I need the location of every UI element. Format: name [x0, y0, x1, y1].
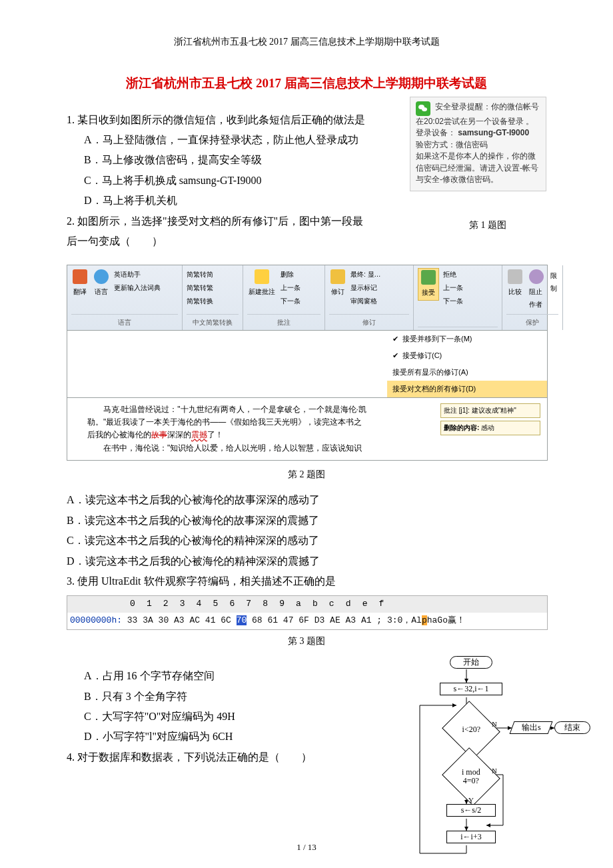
sc-to-trad[interactable]: 简繁转繁: [187, 281, 213, 294]
hex-ascii: 3:0，AlphaGo赢！: [387, 615, 465, 625]
group-comments-label: 批注: [247, 314, 320, 329]
review-pane[interactable]: 审阅窗格: [350, 295, 381, 307]
balloons-panel: 批注 [j1]: 建议改成"精神" 删除的内容: 感动: [440, 403, 540, 455]
group-compare-protect: 比较 阻止作者 限制 保护: [502, 265, 563, 330]
group-sc-label: 中文简繁转换: [187, 314, 239, 329]
flow-output: 输出s: [510, 721, 553, 734]
compare-icon: [508, 269, 522, 284]
ime-english-helper[interactable]: 英语助手: [114, 268, 161, 281]
flowchart: 开始 s←32,i←1 i<20? Y N 输出s 结束 i mod 4=0? …: [393, 653, 573, 860]
wechat-warning: 如果这不是你本人的操作，你的微信密码已经泄漏。请进入设置-帐号与安全-修改微信密…: [416, 151, 538, 184]
group-language-label: 语言: [71, 314, 178, 329]
wechat-method: 验密方式：微信密码: [416, 140, 488, 149]
translate-label: 翻译: [73, 285, 87, 298]
group-track: 修订 最终: 显… 显示标记 审阅窗格 修订: [325, 265, 414, 330]
word-review-ribbon: 翻译 语言 英语助手 更新输入法词典 语言 简繁转简: [67, 265, 548, 460]
flow-proc1: s←s/2: [446, 804, 496, 817]
group-changes-label: [418, 327, 498, 329]
hex-address: 00000000h:: [70, 615, 122, 625]
block-icon: [529, 269, 544, 284]
translate-button[interactable]: 翻译: [71, 268, 89, 299]
running-header: 浙江省杭州市五县七校 2017 届高三信息技术上学期期中联考试题: [67, 33, 546, 51]
globe-icon: [94, 269, 109, 284]
ime-stack: 英语助手 更新输入法词典: [114, 268, 161, 294]
page-title: 浙江省杭州市五县七校 2017 届高三信息技术上学期期中联考试题: [67, 71, 546, 95]
wechat-device-value: samsung-GT-I9000: [458, 128, 529, 137]
wechat-notification: 安全登录提醒：你的微信帐号在20:02尝试在另一个设备登录 。 登录设备： sa…: [410, 97, 546, 191]
restrict-label: 限制: [550, 269, 557, 295]
track-icon: [330, 269, 345, 284]
flow-end: 结束: [554, 721, 590, 734]
accept-label: 接受: [422, 286, 435, 299]
ime-update-dict[interactable]: 更新输入法词典: [114, 281, 161, 294]
track-label: 修订: [331, 285, 344, 298]
flow-dec1-n: N: [492, 717, 497, 731]
comment-balloon: 批注 [j1]: 建议改成"精神": [440, 403, 540, 418]
accept-dropdown: ✔ 接受并移到下一条(M) ✔ 接受修订(C) 接受所有显示的修订(A) 接受对…: [67, 331, 547, 398]
accept-and-next[interactable]: ✔ 接受并移到下一条(M): [387, 331, 547, 347]
new-comment-icon: [255, 269, 269, 284]
next-change[interactable]: 下一条: [443, 295, 463, 307]
fig2-caption: 第 2 题图: [67, 466, 546, 484]
group-comments: 新建批注 删除 上一条 下一条 批注: [243, 265, 325, 330]
compare-label: 比较: [508, 285, 522, 298]
ribbon-row: 翻译 语言 英语助手 更新输入法词典 语言 简繁转简: [67, 265, 547, 331]
sc-convert[interactable]: 简繁转换: [187, 295, 213, 307]
group-track-label: 修订: [329, 314, 409, 329]
q2-opt-d: D．读完这本书之后我的心被海伦的精神深深的震撼了: [67, 551, 546, 571]
document-body: 马克·吐温曾经说过："十九世纪有两奇人，一个是拿破仑，一个就是海伦·凯 勒。"最…: [67, 398, 547, 460]
group-language: 翻译 语言 英语助手 更新输入法词典 语言: [67, 265, 183, 330]
compare-button[interactable]: 比较: [506, 268, 524, 299]
group-simplified: 简繁转简 简繁转繁 简繁转换 中文简繁转换: [183, 265, 243, 330]
next-comment[interactable]: 下一条: [281, 295, 301, 307]
wechat-line1-tail: 。: [526, 117, 534, 126]
track-changes-button[interactable]: 修订: [329, 268, 346, 299]
block-authors-button[interactable]: 阻止作者: [528, 268, 545, 312]
flow-start: 开始: [450, 656, 492, 669]
fig1-caption: 第 1 题图: [469, 217, 506, 235]
flow-proc2: i←i+3: [446, 831, 496, 843]
new-comment-button[interactable]: 新建批注: [247, 268, 277, 299]
q2-opt-c: C．读完这本书之后我的心被海伦的精神深深的感动了: [67, 531, 546, 551]
group-protect-label: 保护: [506, 314, 558, 329]
page-number: 1 / 13: [297, 839, 316, 856]
language-label: 语言: [95, 285, 108, 298]
page: 浙江省杭州市五县七校 2017 届高三信息技术上学期期中联考试题 浙江省杭州市五…: [0, 0, 613, 868]
q1-opt-d: D．马上将手机关机: [84, 191, 546, 211]
prev-change[interactable]: 上一条: [443, 281, 463, 294]
accept-all-doc[interactable]: 接受对文档的所有修订(D): [387, 381, 547, 397]
deleted-text: 故事: [151, 430, 167, 439]
doc-p2: 在书中，海伦说："知识给人以爱，给人以光明，给人以智慧，应该说知识: [87, 442, 435, 455]
q3-stem: 3. 使用 UltraEdit 软件观察字符编码，相关描述不正确的是: [67, 571, 546, 591]
reject-change[interactable]: 拒绝: [443, 268, 463, 281]
wechat-device-label: 登录设备：: [416, 128, 456, 137]
prev-comment[interactable]: 上一条: [281, 281, 301, 294]
group-changes: 接受 拒绝 上一条 下一条: [414, 265, 502, 330]
accept-change[interactable]: ✔ 接受修订(C): [387, 347, 547, 364]
doc-p1-line3: 后我的心被海伦的故事深深的震撼了！: [87, 429, 435, 441]
accept-shown[interactable]: 接受所有显示的修订(A): [387, 364, 547, 381]
language-button[interactable]: 语言: [93, 268, 110, 299]
delete-comment[interactable]: 删除: [281, 268, 301, 281]
wechat-line1: 安全登录提醒：你的微信帐号在20:02尝试在另一个设备登录: [416, 102, 539, 126]
flow-init: s←32,i←1: [440, 683, 502, 695]
inserted-text: 震撼: [191, 430, 207, 439]
new-comment-label: 新建批注: [249, 285, 275, 298]
hex-selected-byte: 70: [237, 615, 247, 625]
doc-p1-line2: 勒。"最近我读了一本关于海伦的书——《假如给我三天光明》，读完这本书之: [87, 416, 435, 429]
sc-to-simp[interactable]: 简繁转简: [187, 268, 213, 281]
show-markup[interactable]: 显示标记: [350, 281, 381, 294]
display-mode[interactable]: 最终: 显…: [350, 268, 381, 281]
q2-opt-a: A．读完这本书之后我的心被海伦的故事深深的感动了: [67, 490, 546, 510]
fig3-caption: 第 3 题图: [67, 633, 546, 651]
block-label: 阻止作者: [529, 285, 544, 311]
restrict-button[interactable]: 限制: [549, 268, 558, 296]
accept-button[interactable]: 接受: [418, 268, 439, 301]
hex-line: 00000000h: 33 3A 30 A3 AC 41 6C 70 68 61…: [67, 613, 547, 629]
hex-viewer: 0 1 2 3 4 5 6 7 8 9 a b c d e f 00000000…: [67, 595, 548, 629]
accept-icon: [421, 270, 436, 285]
deletion-balloon: 删除的内容: 感动: [440, 421, 540, 435]
wechat-icon: [416, 101, 430, 116]
hex-ascii-hl: p: [422, 615, 427, 625]
q2-opt-b: B．读完这本书之后我的心被海伦的故事深深的震撼了: [67, 511, 546, 531]
